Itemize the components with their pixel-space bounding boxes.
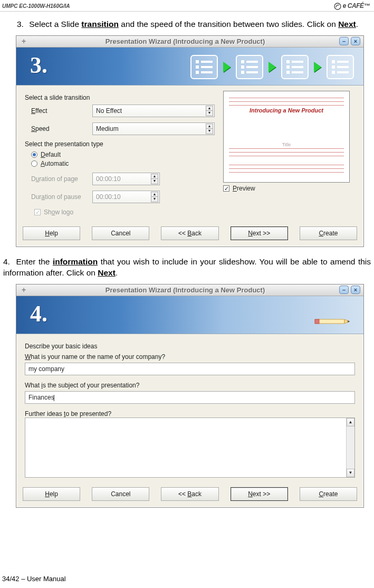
- chevron-down-icon[interactable]: ▼: [206, 111, 213, 116]
- minimize-icon[interactable]: –: [339, 286, 349, 294]
- q-subject: What is the subject of your presentation…: [25, 382, 355, 389]
- help-button[interactable]: Help: [23, 226, 80, 240]
- preview-label: Preview: [233, 185, 255, 192]
- help-button[interactable]: Help: [23, 487, 80, 501]
- slide-outline-icon: [236, 55, 263, 79]
- show-logo-label: Show logo: [44, 208, 73, 216]
- slide-outline-icon: [327, 55, 354, 79]
- q-further-ideas: Further ideas to be presented?: [25, 410, 355, 418]
- scroll-down-icon[interactable]: ▼: [347, 469, 354, 477]
- speed-label: Speed: [31, 125, 88, 132]
- preview-checkbox[interactable]: [223, 185, 229, 192]
- svg-rect-4: [315, 319, 319, 324]
- minimize-icon[interactable]: –: [339, 37, 349, 45]
- titlebar: + Presentation Wizard (Introducing a New…: [16, 36, 363, 48]
- instruction-step-3: 3. Select a Slide transition and the spe…: [3, 19, 371, 30]
- group-presentation-type: Select the presentation type: [25, 140, 215, 148]
- chevron-up-icon[interactable]: ▲: [206, 124, 213, 129]
- page-footer: 34/42 – User Manual: [2, 575, 66, 583]
- back-button[interactable]: << Back: [161, 487, 218, 501]
- instruction-step-4: 4. Enter the information that you wish t…: [3, 257, 371, 279]
- chevron-down-icon: ▼: [151, 197, 158, 202]
- duration-page-input: 00:00:10 ▲▼: [92, 173, 160, 185]
- radio-automatic[interactable]: Automatic: [31, 160, 215, 167]
- arrow-right-icon: [314, 62, 321, 72]
- radio-default[interactable]: Default: [31, 151, 215, 158]
- radio-icon: [31, 151, 37, 158]
- create-button[interactable]: Create: [300, 226, 357, 240]
- cancel-button[interactable]: Cancel: [92, 487, 149, 501]
- company-name-input[interactable]: my company: [25, 363, 355, 375]
- arrow-right-icon: [268, 62, 276, 72]
- group-slide-transition: Select a slide transition: [25, 94, 215, 101]
- further-ideas-textarea[interactable]: ▲ ▼: [25, 418, 355, 478]
- svg-marker-3: [348, 320, 350, 323]
- effect-combo[interactable]: No Effect ▲▼: [92, 105, 215, 117]
- svg-point-0: [334, 3, 341, 10]
- radio-icon: [31, 160, 37, 167]
- window-title: Presentation Wizard (Introducing a New P…: [31, 286, 339, 294]
- slide-preview: Introducing a New Product Title: [223, 91, 350, 183]
- effect-label: Effect: [31, 107, 88, 115]
- scroll-up-icon[interactable]: ▲: [347, 418, 354, 426]
- brand-logo: e CAFÉ™: [334, 2, 370, 10]
- step-banner: 3.: [16, 48, 363, 86]
- duration-page-label: Duration of page: [31, 175, 88, 183]
- step-number: 3.: [30, 52, 47, 79]
- chevron-down-icon: ▼: [151, 179, 158, 184]
- next-button[interactable]: Next >>: [231, 487, 288, 501]
- chevron-down-icon[interactable]: ▼: [206, 129, 213, 134]
- banner-icons: [190, 55, 354, 79]
- duration-pause-input: 00:00:10 ▲▼: [92, 191, 160, 203]
- duration-pause-label: Duration of pause: [31, 193, 88, 201]
- brand-logo-icon: [334, 3, 341, 10]
- subject-input[interactable]: Finances: [25, 391, 355, 404]
- page-content: 3. Select a Slide transition and the spe…: [0, 12, 374, 508]
- group-describe-ideas: Describe your basic ideas: [25, 343, 355, 350]
- step-banner: 4.: [16, 296, 363, 334]
- back-button[interactable]: << Back: [161, 226, 218, 240]
- window-plus-icon[interactable]: +: [16, 286, 31, 294]
- slide-outline-icon: [281, 55, 309, 79]
- close-icon[interactable]: ×: [351, 37, 360, 45]
- titlebar: + Presentation Wizard (Introducing a New…: [16, 284, 363, 296]
- step-number: 4.: [30, 300, 47, 327]
- show-logo-checkbox: [34, 209, 41, 215]
- wizard-window-step3: + Presentation Wizard (Introducing a New…: [16, 35, 364, 247]
- window-title: Presentation Wizard (Introducing a New P…: [31, 37, 339, 45]
- close-icon[interactable]: ×: [351, 286, 360, 294]
- chevron-up-icon[interactable]: ▲: [206, 106, 213, 111]
- chevron-up-icon: ▲: [151, 174, 158, 179]
- slide-outline-icon: [190, 55, 218, 79]
- arrow-right-icon: [223, 62, 231, 72]
- create-button[interactable]: Create: [300, 487, 357, 501]
- page-header: UMPC EC-1000W-H160G/IA e CAFÉ™: [0, 0, 374, 12]
- speed-combo[interactable]: Medium ▲▼: [92, 122, 215, 135]
- q-company-name: What is your name or the name of your co…: [25, 353, 355, 361]
- wizard-window-step4: + Presentation Wizard (Introducing a New…: [16, 284, 364, 508]
- chevron-up-icon: ▲: [151, 192, 158, 197]
- preview-title-placeholder: Title: [230, 142, 343, 147]
- window-plus-icon[interactable]: +: [16, 37, 31, 45]
- model-label: UMPC EC-1000W-H160G/IA: [2, 3, 70, 9]
- cancel-button[interactable]: Cancel: [92, 226, 149, 240]
- scrollbar[interactable]: ▲ ▼: [346, 418, 354, 477]
- pencil-icon: [314, 301, 351, 328]
- next-button[interactable]: Next >>: [231, 226, 288, 240]
